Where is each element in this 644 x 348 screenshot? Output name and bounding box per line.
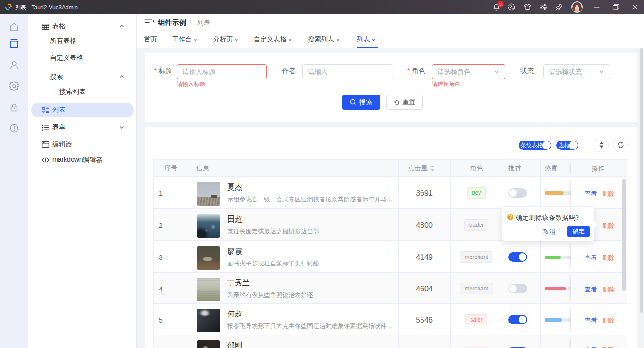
svg-text:En: En bbox=[512, 7, 515, 10]
